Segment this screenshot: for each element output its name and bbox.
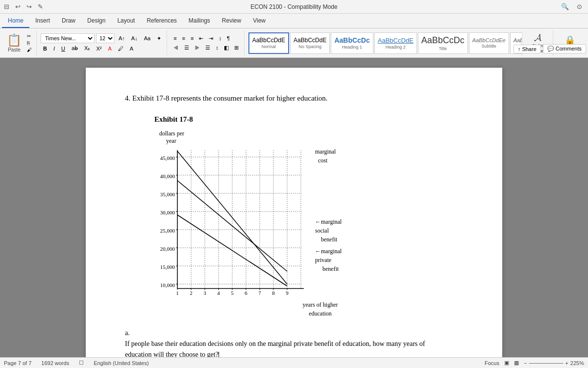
- line-spacing-button[interactable]: ↕: [213, 44, 221, 52]
- svg-text:9: 9: [286, 290, 289, 296]
- comments-button[interactable]: 💬 Comments: [543, 44, 586, 53]
- style-h1-label: Heading 1: [342, 45, 362, 50]
- document-area[interactable]: 4. Exhibit 17-8 represents the consumer …: [0, 58, 588, 357]
- style-title-label: Title: [439, 46, 447, 51]
- style-subtitle-label: Subtitle: [482, 44, 496, 49]
- svg-text:30,000: 30,000: [160, 210, 175, 215]
- style-normal[interactable]: AaBbCcDdE Normal: [248, 32, 289, 54]
- tab-insert[interactable]: Insert: [29, 15, 56, 28]
- font-size-select[interactable]: 12: [96, 33, 115, 43]
- borders-button[interactable]: ⊞: [232, 44, 241, 52]
- paste-section: 📋 Paste ✂ ⎘ 🖌: [2, 30, 37, 56]
- italic-button[interactable]: I: [51, 45, 57, 53]
- tab-layout[interactable]: Layout: [111, 15, 141, 28]
- tab-references[interactable]: References: [141, 15, 182, 28]
- svg-text:6: 6: [245, 290, 247, 296]
- copy-button[interactable]: ⎘: [25, 40, 33, 46]
- view-icon-1[interactable]: ▣: [504, 360, 509, 366]
- font-color-button[interactable]: A: [105, 45, 114, 53]
- superscript-button[interactable]: X²: [94, 45, 104, 53]
- share-button[interactable]: ↑ Share: [514, 45, 541, 53]
- redo-icon[interactable]: ↪: [24, 2, 34, 11]
- align-center-button[interactable]: ☰: [182, 44, 192, 52]
- chart-with-labels: 45,000 40,000 35,000 30,000 25,000 20,00…: [154, 146, 463, 298]
- justify-button[interactable]: ☰: [203, 44, 213, 52]
- zoom-minus-button[interactable]: −: [524, 360, 527, 366]
- sort-button[interactable]: ↕: [216, 34, 224, 43]
- numbering-button[interactable]: ≡: [180, 34, 188, 43]
- tab-mailings[interactable]: Mailings: [183, 15, 216, 28]
- paste-label: Paste: [8, 47, 21, 53]
- font-family-select[interactable]: Times New...: [41, 33, 95, 43]
- para-row-bottom: ⫷ ☰ ⫸ ☰ ↕ ◧ ⊞: [171, 44, 241, 52]
- paste-button[interactable]: 📋 Paste: [5, 32, 24, 53]
- svg-text:5: 5: [231, 290, 234, 296]
- svg-text:25,000: 25,000: [160, 228, 175, 234]
- font-controls: Times New... 12 A↑ A↓ Aa ✦ B I U ab̶ X₂ …: [41, 33, 164, 53]
- increase-indent-button[interactable]: ⇥: [206, 34, 216, 43]
- cut-button[interactable]: ✂: [25, 33, 33, 39]
- style-heading1[interactable]: AaBbCcDc Heading 1: [331, 32, 373, 54]
- view-icon-2[interactable]: ▦: [514, 360, 519, 366]
- style-nospace-label: No Spacing: [298, 44, 321, 49]
- svg-text:8: 8: [272, 290, 275, 296]
- search-icon[interactable]: 🔍: [559, 2, 571, 11]
- svg-text:40,000: 40,000: [160, 173, 175, 179]
- sub-question-a: a. If people base their education decisi…: [125, 328, 463, 357]
- sub-question-text: If people base their education decisions…: [125, 339, 448, 357]
- proofing-icon: ☐: [79, 360, 84, 366]
- zoom-plus-button[interactable]: +: [565, 360, 568, 366]
- text-color-button[interactable]: A: [127, 45, 136, 53]
- svg-text:2: 2: [190, 290, 193, 296]
- highlight-button[interactable]: 🖊: [116, 45, 126, 53]
- sub-question-letter: a.: [125, 328, 140, 339]
- align-left-button[interactable]: ⫷: [171, 44, 181, 52]
- strikethrough-button[interactable]: ab̶: [69, 44, 80, 53]
- underline-button[interactable]: U: [59, 45, 68, 53]
- tab-review[interactable]: Review: [216, 15, 247, 28]
- show-hide-button[interactable]: ¶: [224, 34, 232, 43]
- paragraph-section: ≡ ≡ ≡ ⇤ ⇥ ↕ ¶ ⫷ ☰ ⫸ ☰ ↕ ◧ ⊞: [168, 30, 245, 56]
- styles-container: AaBbCcDdE Normal AaBbCcDdE No Spacing Aa…: [248, 32, 522, 54]
- svg-text:7: 7: [258, 290, 261, 296]
- autosave-icon[interactable]: ✎: [36, 2, 45, 11]
- style-heading2[interactable]: AaBbCcDdE Heading 2: [374, 32, 417, 54]
- svg-text:3: 3: [203, 290, 206, 296]
- svg-text:45,000: 45,000: [160, 155, 175, 161]
- marginal-private-benefit-label: ←marginal private benefit: [315, 247, 342, 273]
- styles-pane-icon: 𝓐: [534, 32, 541, 43]
- subscript-button[interactable]: X₂: [82, 44, 92, 53]
- style-title-preview: AaBbCcDc: [421, 35, 465, 46]
- style-subtitle-preview: AaBbCcDdEe: [472, 37, 506, 43]
- font-shrink-button[interactable]: A↓: [129, 34, 140, 42]
- change-case-button[interactable]: Aa: [142, 34, 153, 42]
- align-right-button[interactable]: ⫸: [192, 44, 202, 52]
- font-grow-button[interactable]: A↑: [116, 34, 127, 42]
- format-painter-button[interactable]: 🖌: [25, 47, 33, 53]
- style-subtitle[interactable]: AaBbCcDdEe Subtitle: [469, 32, 509, 54]
- action-buttons: ↑ Share 💬 Comments: [514, 44, 586, 53]
- svg-text:1: 1: [176, 290, 179, 296]
- font-row-bottom: B I U ab̶ X₂ X² A 🖊 A: [41, 44, 164, 53]
- tab-draw[interactable]: Draw: [56, 15, 81, 28]
- shading-button[interactable]: ◧: [221, 44, 231, 52]
- tab-view[interactable]: View: [247, 15, 271, 28]
- tab-design[interactable]: Design: [81, 15, 111, 28]
- clear-format-button[interactable]: ✦: [154, 34, 164, 43]
- multilevel-button[interactable]: ≡: [188, 34, 196, 43]
- style-h2-preview: AaBbCcDdE: [378, 37, 414, 44]
- tab-home[interactable]: Home: [2, 15, 29, 28]
- style-no-spacing[interactable]: AaBbCcDdE No Spacing: [290, 32, 330, 54]
- account-icon[interactable]: ⊙: [575, 2, 584, 11]
- focus-button[interactable]: Focus: [485, 360, 499, 366]
- styles-section: AaBbCcDdE Normal AaBbCcDdE No Spacing Aa…: [245, 30, 522, 56]
- undo-icon[interactable]: ↩: [13, 2, 23, 11]
- svg-text:35,000: 35,000: [160, 191, 175, 197]
- style-title[interactable]: AaBbCcDc Title: [418, 32, 468, 54]
- decrease-indent-button[interactable]: ⇤: [196, 34, 206, 43]
- ribbon-tabs: Home Insert Draw Design Layout Reference…: [0, 14, 588, 28]
- zoom-slider[interactable]: ———————: [529, 360, 563, 366]
- bold-button[interactable]: B: [41, 45, 49, 53]
- minimize-icon[interactable]: ⊟: [2, 2, 11, 11]
- bullets-button[interactable]: ≡: [171, 34, 179, 43]
